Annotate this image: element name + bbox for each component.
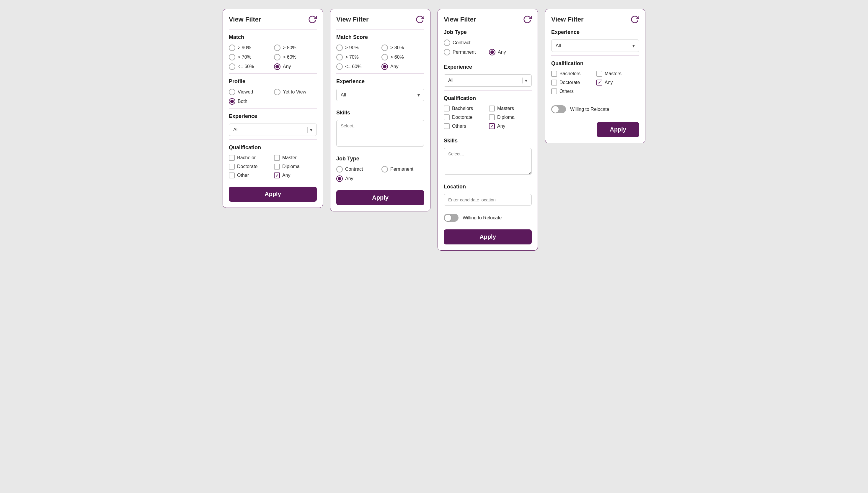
card3-title: View Filter <box>444 16 476 23</box>
card1-header: View Filter <box>229 15 317 24</box>
card2-ms-any[interactable]: Any <box>381 63 424 70</box>
card4-qual-bachelors[interactable]: Bachelors <box>551 71 594 77</box>
card1-qual-diploma[interactable]: Diploma <box>274 164 317 170</box>
card1-qual-other-box <box>229 172 235 178</box>
card1-match-gt90[interactable]: > 90% <box>229 44 271 51</box>
card3-jt-permanent[interactable]: Permanent <box>444 49 487 56</box>
card4-qualification-section: Qualification Bachelors Masters Doctorat… <box>551 56 639 98</box>
card3-qual-any[interactable]: Any <box>489 123 532 129</box>
card1-chevron-icon: ▾ <box>310 127 312 133</box>
card3-relocate-toggle[interactable] <box>444 214 459 222</box>
card3-qual-masters[interactable]: Masters <box>489 106 532 111</box>
card3-jobtype-label: Job Type <box>444 29 532 35</box>
card2-skills-label: Skills <box>336 110 424 116</box>
card3-jobtype-section: Job Type Contract Permanent Any <box>444 29 532 59</box>
card4-experience-dropdown[interactable]: All ▾ <box>551 40 639 52</box>
card4-relocate-thumb <box>552 106 559 113</box>
card2-jt-permanent[interactable]: Permanent <box>381 166 424 172</box>
card2-skills-input[interactable] <box>336 120 424 147</box>
card2-jt-contract[interactable]: Contract <box>336 166 379 172</box>
card2-experience-label: Experience <box>336 79 424 85</box>
card1-qual-bachelor[interactable]: Bachelor <box>229 155 271 161</box>
card1-qual-doctorate[interactable]: Doctorate <box>229 164 271 170</box>
card2-jt-permanent-circle <box>381 166 388 172</box>
card3-qualification-options: Bachelors Masters Doctorate Diploma Othe… <box>444 106 532 129</box>
card2-ms-gt70[interactable]: > 70% <box>336 54 379 61</box>
card4-relocate-row: Willing to Relocate <box>551 105 639 113</box>
card3-chevron-icon: ▾ <box>525 78 527 83</box>
card1-profile-label: Profile <box>229 79 317 85</box>
card3-refresh-icon[interactable] <box>523 15 532 24</box>
card3-relocate-thumb <box>445 215 451 221</box>
card4-apply-row: Apply <box>551 117 639 137</box>
card4-qual-masters[interactable]: Masters <box>597 71 639 77</box>
card2-jt-any[interactable]: Any <box>336 175 379 182</box>
card1-match-lte60[interactable]: <= 60% <box>229 63 271 70</box>
card4-dropdown-divider <box>630 43 630 49</box>
card1-profile-both[interactable]: Both <box>229 98 317 105</box>
card1-match-gt70[interactable]: > 70% <box>229 54 271 61</box>
card1-match-label: Match <box>229 34 317 40</box>
card2-ms-gt80[interactable]: > 80% <box>381 44 424 51</box>
card4-qual-any[interactable]: Any <box>597 80 639 86</box>
card1-experience-dropdown[interactable]: All ▾ <box>229 124 317 136</box>
card4-qual-any-box <box>597 80 602 86</box>
card4-relocate-toggle[interactable] <box>551 105 566 113</box>
card3-jt-contract[interactable]: Contract <box>444 40 487 46</box>
card2-refresh-icon[interactable] <box>416 15 424 24</box>
card4-qualification-label: Qualification <box>551 61 639 67</box>
card1-profile-viewed[interactable]: Viewed <box>229 89 271 95</box>
card4-qual-others[interactable]: Others <box>551 88 594 94</box>
filter-card-2: View Filter Match Score > 90% > 80% > 70… <box>330 9 430 211</box>
card4-header: View Filter <box>551 15 639 24</box>
card2-apply-button[interactable]: Apply <box>336 190 424 205</box>
card1-qual-any[interactable]: Any <box>274 172 317 178</box>
card2-ms-gt90-circle <box>336 44 343 51</box>
card3-jt-any[interactable]: Any <box>489 49 532 56</box>
card3-qual-bachelors-box <box>444 106 450 111</box>
card2-experience-dropdown[interactable]: All ▾ <box>336 89 424 101</box>
card4-qual-doctorate[interactable]: Doctorate <box>551 80 594 86</box>
card3-relocate-label: Willing to Relocate <box>463 215 502 220</box>
card3-qual-doctorate[interactable]: Doctorate <box>444 114 487 120</box>
card1-profile-yet-to-view[interactable]: Yet to View <box>274 89 317 95</box>
card1-qual-other[interactable]: Other <box>229 172 271 178</box>
card3-qual-any-box <box>489 123 495 129</box>
card2-ms-gt90[interactable]: > 90% <box>336 44 379 51</box>
card1-profile-viewed-circle <box>229 89 235 95</box>
card1-match-options: > 90% > 80% > 70% > 60% <= 60% Any <box>229 44 317 70</box>
card1-title: View Filter <box>229 16 261 23</box>
card3-experience-value: All <box>448 78 453 83</box>
card4-refresh-icon[interactable] <box>630 15 639 24</box>
card3-qual-bachelors[interactable]: Bachelors <box>444 106 487 111</box>
card1-match-gt60[interactable]: > 60% <box>274 54 317 61</box>
card4-qualification-options: Bachelors Masters Doctorate Any Others <box>551 71 639 94</box>
card3-qualification-label: Qualification <box>444 95 532 102</box>
card3-apply-button[interactable]: Apply <box>444 229 532 244</box>
card2-jobtype-label: Job Type <box>336 156 424 162</box>
card1-dropdown-divider <box>307 127 308 133</box>
card2-jobtype-options: Contract Permanent Any <box>336 166 424 182</box>
card4-experience-section: Experience All ▾ <box>551 29 639 56</box>
card4-experience-label: Experience <box>551 29 639 35</box>
card2-ms-lte60[interactable]: <= 60% <box>336 63 379 70</box>
card3-qual-others[interactable]: Others <box>444 123 487 129</box>
card1-qual-master-box <box>274 155 280 161</box>
card1-experience-section: Experience All ▾ <box>229 108 317 140</box>
card4-qual-others-box <box>551 88 557 94</box>
card1-refresh-icon[interactable] <box>308 15 317 24</box>
card1-qual-master[interactable]: Master <box>274 155 317 161</box>
card3-experience-dropdown[interactable]: All ▾ <box>444 74 532 87</box>
card3-qual-diploma[interactable]: Diploma <box>489 114 532 120</box>
card3-location-input[interactable] <box>444 194 532 206</box>
card2-skills-section: Skills <box>336 105 424 151</box>
card3-location-label: Location <box>444 184 532 190</box>
card1-apply-button[interactable]: Apply <box>229 187 317 202</box>
card4-apply-button[interactable]: Apply <box>597 122 639 137</box>
card1-experience-value: All <box>233 127 239 132</box>
card2-experience-value: All <box>341 92 346 98</box>
card1-match-any[interactable]: Any <box>274 63 317 70</box>
card2-ms-gt60[interactable]: > 60% <box>381 54 424 61</box>
card1-match-gt80[interactable]: > 80% <box>274 44 317 51</box>
card3-skills-input[interactable] <box>444 148 532 175</box>
